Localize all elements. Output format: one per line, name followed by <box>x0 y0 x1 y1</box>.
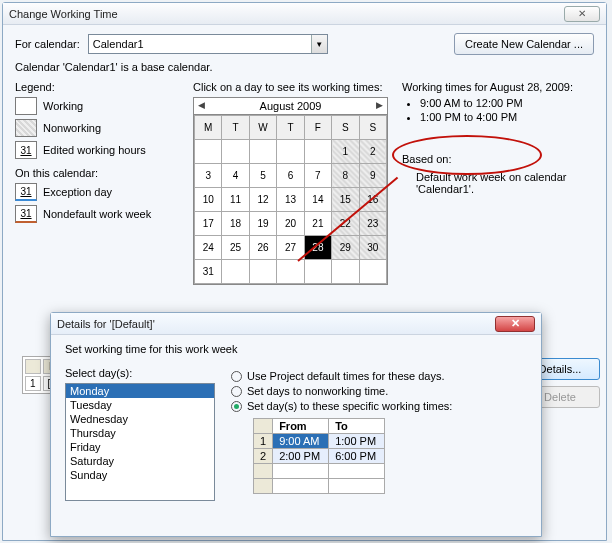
calendar-day[interactable]: 5 <box>249 164 276 188</box>
calendar-day[interactable]: 29 <box>332 236 359 260</box>
calendar-day[interactable]: 10 <box>195 188 222 212</box>
calendar-day[interactable]: 24 <box>195 236 222 260</box>
calendar-dropdown[interactable]: Calendar1 ▼ <box>88 34 328 54</box>
legend-exception: Exception day <box>43 186 112 198</box>
working-times-list: 9:00 AM to 12:00 PM1:00 PM to 4:00 PM <box>420 97 594 123</box>
calendar-day <box>332 260 359 284</box>
calendar-prev-icon[interactable]: ◀ <box>198 100 205 110</box>
details-intro: Set working time for this work week <box>51 335 541 357</box>
calendar-day <box>195 140 222 164</box>
calendar-dropdown-value: Calendar1 <box>93 38 144 50</box>
calendar-day[interactable]: 30 <box>359 236 386 260</box>
calendar-day[interactable]: 6 <box>277 164 304 188</box>
day-option[interactable]: Thursday <box>66 426 214 440</box>
legend-working: Working <box>43 100 83 112</box>
day-option[interactable]: Saturday <box>66 454 214 468</box>
radio-specific-times-label: Set day(s) to these specific working tim… <box>247 400 452 412</box>
calendar-day[interactable]: 19 <box>249 212 276 236</box>
calendar-day[interactable]: 9 <box>359 164 386 188</box>
working-times-table[interactable]: From To 1 9:00 AM 1:00 PM 2 2:00 PM 6:00… <box>253 418 385 494</box>
calendar-dow: S <box>332 116 359 140</box>
day-option[interactable]: Tuesday <box>66 398 214 412</box>
calendar-hint: Click on a day to see its working times: <box>193 81 388 93</box>
radio-nonworking-label: Set days to nonworking time. <box>247 385 388 397</box>
calendar-day <box>249 140 276 164</box>
based-on-label: Based on: <box>402 153 594 165</box>
calendar-day[interactable]: 1 <box>332 140 359 164</box>
radio-default-times[interactable] <box>231 371 242 382</box>
calendar-day[interactable]: 2 <box>359 140 386 164</box>
calendar-day <box>277 260 304 284</box>
calendar-day[interactable]: 4 <box>222 164 249 188</box>
details-title: Details for '[Default]' <box>57 318 495 330</box>
days-listbox[interactable]: MondayTuesdayWednesdayThursdayFridaySatu… <box>65 383 215 501</box>
base-calendar-text: Calendar 'Calendar1' is a base calendar. <box>15 61 594 73</box>
calendar-next-icon[interactable]: ▶ <box>376 100 383 110</box>
calendar-day[interactable]: 23 <box>359 212 386 236</box>
calendar-day[interactable]: 13 <box>277 188 304 212</box>
day-option[interactable]: Sunday <box>66 468 214 482</box>
calendar-day <box>222 140 249 164</box>
calendar-day <box>277 140 304 164</box>
swatch-edited: 31 <box>15 141 37 159</box>
create-new-calendar-button[interactable]: Create New Calendar ... <box>454 33 594 55</box>
day-option[interactable]: Wednesday <box>66 412 214 426</box>
calendar-day[interactable]: 28 <box>304 236 331 260</box>
calendar-day[interactable]: 7 <box>304 164 331 188</box>
calendar-day[interactable]: 14 <box>304 188 331 212</box>
legend-edited: Edited working hours <box>43 144 146 156</box>
for-calendar-label: For calendar: <box>15 38 80 50</box>
calendar-dow: M <box>195 116 222 140</box>
window-title: Change Working Time <box>9 8 564 20</box>
legend-nondefault: Nondefault work week <box>43 208 151 220</box>
calendar-day[interactable]: 3 <box>195 164 222 188</box>
details-titlebar[interactable]: Details for '[Default]' ✕ <box>51 313 541 335</box>
calendar-day[interactable]: 31 <box>195 260 222 284</box>
col-from: From <box>273 419 329 434</box>
col-to: To <box>329 419 385 434</box>
calendar-day[interactable]: 8 <box>332 164 359 188</box>
calendar-day[interactable]: 11 <box>222 188 249 212</box>
swatch-working <box>15 97 37 115</box>
based-on-text: Default work week on calendar 'Calendar1… <box>416 171 594 195</box>
legend-on-this: On this calendar: <box>15 167 179 179</box>
details-close-icon[interactable]: ✕ <box>495 316 535 332</box>
legend: Legend: Working Nonworking 31 Edited wor… <box>15 81 179 285</box>
calendar-day[interactable]: 20 <box>277 212 304 236</box>
calendar-day[interactable]: 27 <box>277 236 304 260</box>
select-days-label: Select day(s): <box>65 367 215 379</box>
calendar-dow: T <box>277 116 304 140</box>
calendar-dow: W <box>249 116 276 140</box>
calendar-day[interactable]: 16 <box>359 188 386 212</box>
calendar-day[interactable]: 25 <box>222 236 249 260</box>
calendar-grid[interactable]: MTWTFSS 12345678910111213141516171819202… <box>194 115 387 284</box>
close-icon[interactable]: ✕ <box>564 6 600 22</box>
radio-nonworking[interactable] <box>231 386 242 397</box>
day-option[interactable]: Friday <box>66 440 214 454</box>
calendar-day <box>304 260 331 284</box>
calendar-day <box>359 260 386 284</box>
day-option[interactable]: Monday <box>66 384 214 398</box>
chevron-down-icon[interactable]: ▼ <box>311 35 327 53</box>
calendar-title-bar: ◀ August 2009 ▶ <box>194 98 387 115</box>
month-calendar[interactable]: ◀ August 2009 ▶ MTWTFSS 1234567891011121… <box>193 97 388 285</box>
calendar-day[interactable]: 17 <box>195 212 222 236</box>
calendar-day <box>249 260 276 284</box>
calendar-day[interactable]: 18 <box>222 212 249 236</box>
calendar-day[interactable]: 26 <box>249 236 276 260</box>
swatch-nondefault: 31 <box>15 205 37 223</box>
calendar-day[interactable]: 21 <box>304 212 331 236</box>
calendar-day[interactable]: 12 <box>249 188 276 212</box>
calendar-dow: F <box>304 116 331 140</box>
calendar-day[interactable]: 15 <box>332 188 359 212</box>
row1-from[interactable]: 9:00 AM <box>273 434 329 449</box>
titlebar[interactable]: Change Working Time ✕ <box>3 3 606 25</box>
swatch-exception: 31 <box>15 183 37 201</box>
row1-to[interactable]: 1:00 PM <box>329 434 385 449</box>
calendar-dow: T <box>222 116 249 140</box>
calendar-day[interactable]: 22 <box>332 212 359 236</box>
row2-to[interactable]: 6:00 PM <box>329 449 385 464</box>
working-time-item: 1:00 PM to 4:00 PM <box>420 111 594 123</box>
radio-specific-times[interactable] <box>231 401 242 412</box>
row2-from[interactable]: 2:00 PM <box>273 449 329 464</box>
